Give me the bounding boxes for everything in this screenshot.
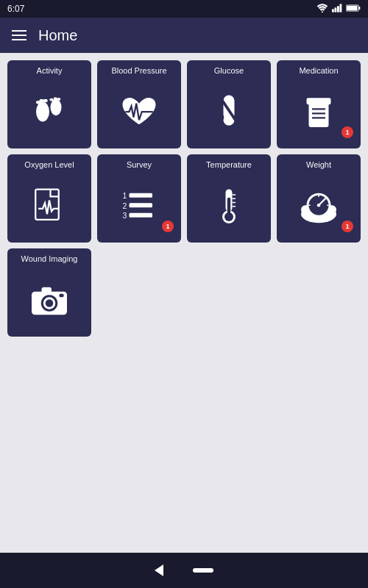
svg-text:1: 1: [123, 191, 127, 200]
tile-wound-imaging-label: Wound Imaging: [21, 254, 78, 264]
svg-rect-30: [130, 212, 153, 217]
tile-medication[interactable]: Medication 1: [277, 60, 361, 148]
tile-blood-pressure-label: Blood Pressure: [111, 66, 166, 76]
tile-temperature[interactable]: Temperature: [187, 154, 271, 243]
tile-survey-label: Survey: [127, 160, 152, 170]
svg-text:2: 2: [123, 201, 127, 209]
svg-rect-19: [309, 102, 329, 127]
svg-point-15: [57, 97, 60, 100]
tile-oxygen-label: Oxygen Level: [24, 160, 74, 170]
activity-icon: [10, 80, 88, 143]
tile-glucose-label: Glucose: [214, 66, 244, 76]
svg-rect-33: [227, 197, 231, 214]
weight-badge: 1: [342, 220, 353, 232]
home-indicator[interactable]: [193, 568, 213, 573]
tile-glucose[interactable]: Glucose: [187, 60, 271, 148]
app-title: Home: [38, 27, 77, 44]
tile-medication-label: Medication: [299, 66, 338, 76]
tile-activity[interactable]: Activity: [7, 60, 91, 148]
svg-rect-2: [335, 7, 337, 12]
svg-rect-26: [130, 193, 153, 197]
status-time: 6:07: [7, 4, 24, 14]
svg-rect-3: [337, 6, 339, 12]
svg-point-51: [46, 299, 54, 307]
svg-text:3: 3: [123, 211, 127, 220]
svg-point-44: [317, 204, 321, 207]
medication-badge: 1: [342, 126, 353, 138]
survey-badge: 1: [162, 220, 174, 232]
tile-activity-label: Activity: [37, 66, 63, 76]
tile-oxygen-level[interactable]: Oxygen Level: [7, 154, 91, 243]
svg-rect-24: [35, 189, 59, 219]
status-icons: [316, 4, 361, 15]
tile-grid: Activity Blood Pressure: [0, 53, 368, 344]
svg-rect-52: [42, 287, 52, 293]
svg-rect-20: [307, 98, 331, 104]
svg-point-12: [43, 98, 48, 102]
battery-icon: [346, 4, 361, 15]
blood-pressure-icon: [100, 80, 178, 143]
svg-rect-6: [358, 7, 360, 10]
svg-point-8: [36, 101, 49, 121]
signal-icon: [332, 4, 342, 15]
tile-blood-pressure[interactable]: Blood Pressure: [97, 60, 181, 148]
glucose-icon: [190, 80, 268, 143]
svg-rect-1: [332, 9, 334, 12]
svg-point-14: [54, 97, 57, 100]
svg-rect-53: [60, 293, 64, 297]
svg-point-34: [224, 212, 233, 221]
wifi-icon: [316, 4, 328, 15]
svg-point-11: [40, 98, 44, 102]
tile-survey[interactable]: Survey 1 2 3 1: [97, 154, 181, 243]
status-bar: 6:07: [0, 0, 368, 18]
svg-point-0: [322, 11, 323, 12]
tile-temperature-label: Temperature: [206, 160, 252, 170]
svg-point-13: [49, 98, 53, 101]
app-bar: Home: [0, 18, 368, 53]
tile-weight[interactable]: Weight 1: [277, 154, 361, 243]
temperature-icon: [190, 174, 268, 237]
svg-point-9: [51, 98, 62, 115]
bottom-nav: [0, 553, 368, 588]
svg-rect-4: [340, 4, 342, 12]
svg-rect-28: [130, 203, 153, 207]
tile-wound-imaging[interactable]: Wound Imaging: [7, 248, 91, 337]
svg-rect-7: [347, 6, 358, 10]
oxygen-icon: [10, 174, 88, 237]
wound-imaging-icon: [10, 268, 88, 331]
menu-button[interactable]: [12, 30, 26, 40]
back-button[interactable]: [155, 564, 163, 576]
tile-weight-label: Weight: [306, 160, 331, 170]
